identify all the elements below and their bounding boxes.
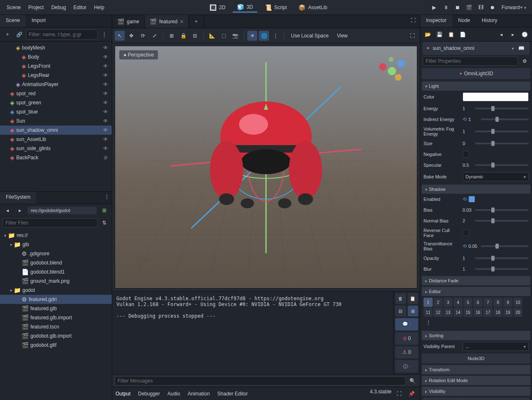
menu-debug[interactable]: Debug: [48, 3, 69, 12]
group-shadow[interactable]: ▾Shadow: [422, 185, 530, 194]
visibility-toggle-icon[interactable]: 👁: [102, 54, 109, 60]
scene-node-legsrear[interactable]: ◈LegsRear👁: [0, 71, 112, 80]
inspector-manage-icon[interactable]: ⚙: [520, 56, 530, 66]
inspector-history-icon[interactable]: 🕘: [520, 30, 530, 40]
fs-forward-icon[interactable]: ▸: [15, 205, 25, 215]
output-toggle-icon[interactable]: ⊞: [408, 306, 419, 316]
color-picker[interactable]: [463, 92, 529, 101]
fs-item[interactable]: 🎬featured.tscn: [0, 322, 112, 331]
tab-filesystem[interactable]: FileSystem: [0, 192, 36, 204]
scene-node-bodymesh[interactable]: ◈bodyMesh👁: [0, 43, 112, 52]
tab-inspector[interactable]: Inspector: [420, 15, 452, 27]
layer-7[interactable]: 7: [483, 298, 493, 307]
snap-icon[interactable]: ⊞: [167, 31, 177, 41]
layer-17[interactable]: 17: [483, 308, 493, 317]
visibility-toggle-icon[interactable]: 👁: [102, 72, 109, 78]
slider[interactable]: [481, 245, 529, 247]
layer-1[interactable]: 1: [424, 298, 433, 307]
slider[interactable]: [475, 209, 529, 211]
layer-3[interactable]: 3: [443, 298, 453, 307]
output-clear-icon[interactable]: 🗑: [395, 293, 406, 304]
scene-tree[interactable]: ◈bodyMesh👁◈Body👁◈LegsFront👁◈LegsRear👁◈An…: [0, 42, 112, 191]
visibility-toggle-icon[interactable]: 👁: [102, 45, 109, 51]
layer-10[interactable]: 10: [513, 298, 522, 307]
play-project-icon[interactable]: ▶: [429, 2, 439, 12]
layer-4[interactable]: 4: [453, 298, 463, 307]
view-menu[interactable]: View: [334, 31, 351, 40]
fs-item[interactable]: ⚙featured.gdri: [0, 295, 112, 304]
group-visibility[interactable]: ▸Visibility: [422, 387, 530, 396]
visibility-toggle-icon[interactable]: 👁: [102, 63, 109, 69]
slider[interactable]: [475, 268, 529, 270]
distraction-free-icon[interactable]: ⛶: [406, 15, 420, 28]
bottom-expand-icon[interactable]: ⛶: [394, 389, 404, 399]
group-light[interactable]: ▾Light: [422, 81, 530, 91]
scene-node-legsfront[interactable]: ◈LegsFront👁: [0, 62, 112, 71]
layer-more-icon[interactable]: ⋮: [424, 318, 433, 328]
move-tool-icon[interactable]: ✥: [126, 31, 136, 41]
inspector-copy-icon[interactable]: 📋: [446, 30, 456, 40]
fs-item[interactable]: 🎬godobot.gltf: [0, 341, 112, 350]
inspector-open-icon[interactable]: 📂: [423, 30, 433, 40]
menu-project[interactable]: Project: [25, 3, 47, 12]
bottom-tab-debugger[interactable]: Debugger: [138, 391, 160, 397]
play-scene-icon[interactable]: 🎬: [464, 2, 474, 12]
menu-scene[interactable]: Scene: [3, 3, 24, 12]
layer-9[interactable]: 9: [503, 298, 512, 307]
scene-tree-options-icon[interactable]: ⋮: [99, 30, 109, 40]
slider[interactable]: [475, 143, 529, 144]
checkbox[interactable]: [463, 151, 469, 158]
group-distance fade[interactable]: ▸Distance Fade: [422, 276, 530, 285]
env-toggle-icon[interactable]: 🌐: [259, 31, 269, 41]
scene-node-sun[interactable]: ◈Sun👁: [0, 116, 112, 126]
reset-icon[interactable]: ⟲: [463, 196, 467, 202]
expand-viewport-icon[interactable]: ⛶: [407, 31, 417, 41]
inspector-class-header[interactable]: ✦ OmniLight3D: [422, 68, 530, 79]
scene-node-sun_assetlib[interactable]: ◈sun_AssetLib👁: [0, 135, 112, 144]
checkbox[interactable]: [463, 230, 469, 236]
layer-20[interactable]: 20: [513, 308, 522, 317]
layer-2[interactable]: 2: [433, 298, 443, 307]
bottom-tab-shader-editor[interactable]: Shader Editor: [217, 391, 248, 397]
viewport-perspective-badge[interactable]: ● Perspective: [119, 50, 158, 59]
visibility-toggle-icon[interactable]: 👁: [102, 81, 109, 87]
play-custom-icon[interactable]: 🎞: [476, 2, 486, 12]
filesystem-path[interactable]: res://godobot/godot: [27, 207, 97, 214]
stop-icon[interactable]: ⏹: [453, 2, 463, 12]
group-rotation-edit-mode[interactable]: ▸Rotation Edit Mode: [422, 376, 530, 385]
movie-mode-icon[interactable]: ⏺: [488, 2, 498, 12]
visibility-toggle-icon[interactable]: 👁: [102, 109, 109, 115]
bottom-pin-icon[interactable]: 📌: [406, 389, 416, 399]
slider[interactable]: [475, 257, 529, 259]
group-icon[interactable]: ⊟: [190, 31, 200, 41]
script-link[interactable]: 📜featured.gd: [423, 398, 530, 400]
slider[interactable]: [475, 108, 529, 109]
output-filter-warnings[interactable]: ⚠ 0: [395, 346, 418, 359]
inspector-filter-input[interactable]: [423, 57, 518, 66]
camera-icon[interactable]: 📷: [230, 31, 240, 41]
visibility-toggle-icon[interactable]: 👁: [102, 118, 109, 124]
output-filter-messages[interactable]: 💬 ·: [395, 318, 418, 331]
tab-import[interactable]: Import: [26, 15, 52, 27]
axis-gizmo[interactable]: [375, 54, 409, 88]
fs-item[interactable]: 🎬ground_mark.png: [0, 277, 112, 286]
enum-dropdown[interactable]: Dynamic ▾: [463, 172, 529, 181]
scene-node-backpack[interactable]: ◈BackPack⊘: [0, 153, 112, 162]
layer-14[interactable]: 14: [453, 308, 463, 317]
scale-tool-icon[interactable]: ⤢: [150, 31, 160, 41]
add-node-icon[interactable]: ＋: [2, 30, 12, 40]
viewport-3d[interactable]: ● Perspective: [115, 46, 417, 289]
slider[interactable]: [481, 119, 529, 120]
output-collapse-icon[interactable]: ⊟: [395, 306, 406, 316]
slider[interactable]: [475, 164, 529, 166]
output-log[interactable]: Godot Engine v4.3.stable.official.77dcf9…: [112, 291, 393, 374]
transform-menu[interactable]: Use Local Space: [288, 31, 332, 40]
scene-node-body[interactable]: ◈Body👁: [0, 52, 112, 62]
reset-icon[interactable]: ⟲: [463, 116, 467, 122]
output-filter-editor[interactable]: ⓘ ·: [395, 360, 418, 373]
scene-tab-game[interactable]: 🎬game: [112, 15, 145, 28]
bottom-tab-audio[interactable]: Audio: [167, 391, 180, 397]
fs-item[interactable]: ▾📁godot: [0, 286, 112, 295]
layer-16[interactable]: 16: [473, 308, 483, 317]
visibility-toggle-icon[interactable]: ⊘: [102, 155, 109, 160]
